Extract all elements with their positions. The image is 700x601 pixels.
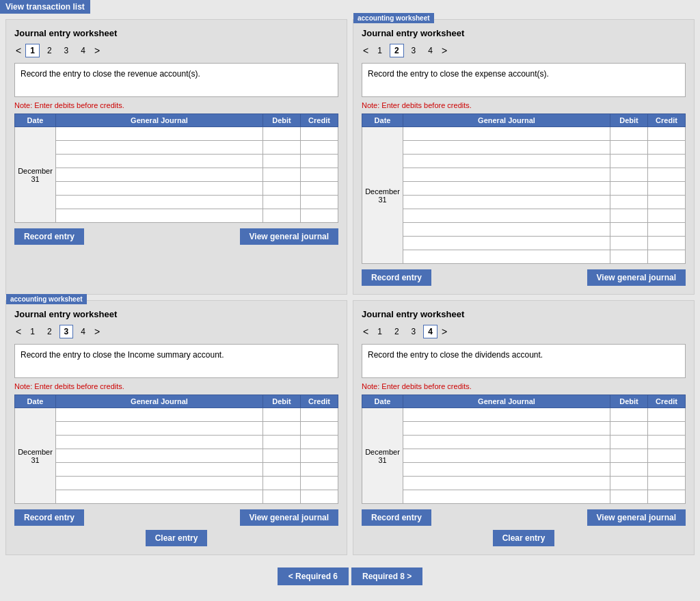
ws2-row1-journal[interactable] (403, 127, 610, 141)
ws3-row7-credit[interactable] (301, 490, 338, 504)
ws4-next-arrow[interactable]: > (440, 326, 448, 337)
ws3-row2-journal[interactable] (56, 422, 263, 436)
ws2-row9-credit[interactable] (648, 237, 686, 250)
ws4-row2-journal[interactable] (403, 422, 610, 436)
ws4-clear-button[interactable]: Clear entry (493, 530, 555, 546)
ws3-row3-debit[interactable] (263, 436, 301, 449)
ws3-clear-button[interactable]: Clear entry (146, 530, 208, 546)
ws4-row7-credit[interactable] (648, 490, 686, 504)
ws3-row4-credit[interactable] (301, 449, 338, 463)
ws4-row3-journal[interactable] (403, 436, 610, 449)
ws3-row3-credit[interactable] (301, 436, 338, 449)
ws4-row5-debit[interactable] (610, 463, 648, 477)
ws2-row5-debit[interactable] (610, 182, 648, 196)
ws1-row1-journal[interactable] (56, 127, 263, 141)
ws4-row7-journal[interactable] (403, 490, 610, 504)
ws2-row6-journal[interactable] (403, 196, 610, 209)
ws1-row3-credit[interactable] (301, 155, 338, 168)
ws1-row3-debit[interactable] (263, 155, 301, 168)
ws2-row10-credit[interactable] (648, 250, 686, 264)
ws4-tab-4[interactable]: 4 (423, 325, 438, 338)
ws3-row4-journal[interactable] (56, 449, 263, 463)
ws2-view-button[interactable]: View general journal (587, 269, 686, 286)
ws4-row4-debit[interactable] (610, 449, 648, 463)
ws4-tab-2[interactable]: 2 (390, 325, 404, 338)
ws4-row1-debit[interactable] (610, 408, 648, 422)
ws2-row4-credit[interactable] (648, 168, 686, 182)
ws3-row1-journal[interactable] (56, 408, 263, 422)
ws4-tab-3[interactable]: 3 (407, 325, 421, 338)
ws3-row4-debit[interactable] (263, 449, 301, 463)
ws1-view-button[interactable]: View general journal (240, 228, 338, 245)
ws1-row4-credit[interactable] (301, 168, 338, 182)
ws1-next-arrow[interactable]: > (93, 45, 101, 56)
ws1-row2-debit[interactable] (263, 141, 301, 155)
ws3-row5-debit[interactable] (263, 463, 301, 477)
ws2-row8-credit[interactable] (648, 223, 686, 237)
ws4-row5-journal[interactable] (403, 463, 610, 477)
ws1-row7-credit[interactable] (301, 209, 338, 223)
ws2-row1-debit[interactable] (610, 127, 648, 141)
ws2-next-arrow[interactable]: > (440, 45, 448, 56)
ws3-tab-2[interactable]: 2 (42, 325, 57, 338)
ws4-row6-journal[interactable] (403, 477, 610, 490)
ws2-prev-arrow[interactable]: < (362, 45, 370, 56)
ws1-row2-credit[interactable] (301, 141, 338, 155)
ws3-tab-3[interactable]: 3 (59, 325, 74, 338)
ws3-prev-arrow[interactable]: < (14, 326, 23, 337)
ws2-row8-debit[interactable] (610, 223, 648, 237)
ws4-row6-debit[interactable] (610, 477, 648, 490)
ws3-row1-debit[interactable] (263, 408, 301, 422)
ws4-row1-journal[interactable] (403, 408, 610, 422)
ws1-record-button[interactable]: Record entry (14, 228, 84, 245)
ws4-row2-credit[interactable] (648, 422, 686, 436)
ws3-row2-credit[interactable] (301, 422, 338, 436)
ws3-row3-journal[interactable] (56, 436, 263, 449)
ws3-row5-credit[interactable] (301, 463, 338, 477)
ws3-row7-journal[interactable] (56, 490, 263, 504)
ws2-row7-journal[interactable] (403, 209, 610, 223)
ws2-row4-debit[interactable] (610, 168, 648, 182)
ws2-row2-journal[interactable] (403, 141, 610, 155)
ws3-row2-debit[interactable] (263, 422, 301, 436)
ws3-row6-debit[interactable] (263, 477, 301, 490)
ws1-row4-journal[interactable] (56, 168, 263, 182)
ws1-prev-arrow[interactable]: < (14, 45, 23, 56)
ws4-record-button[interactable]: Record entry (362, 509, 431, 526)
ws1-tab-1[interactable]: 1 (25, 44, 40, 57)
ws4-row2-debit[interactable] (610, 422, 648, 436)
ws2-row4-journal[interactable] (403, 168, 610, 182)
ws3-record-button[interactable]: Record entry (14, 509, 84, 526)
ws2-row6-debit[interactable] (610, 196, 648, 209)
ws2-row10-journal[interactable] (403, 250, 610, 264)
ws1-row7-debit[interactable] (263, 209, 301, 223)
ws1-row6-credit[interactable] (301, 196, 338, 209)
ws4-row4-credit[interactable] (648, 449, 686, 463)
ws2-row3-journal[interactable] (403, 155, 610, 168)
ws2-row6-credit[interactable] (648, 196, 686, 209)
ws1-row1-debit[interactable] (263, 127, 301, 141)
ws1-row3-journal[interactable] (56, 155, 263, 168)
ws1-row5-journal[interactable] (56, 182, 263, 196)
ws2-row9-debit[interactable] (610, 237, 648, 250)
ws2-tab-1[interactable]: 1 (373, 44, 387, 57)
ws4-row4-journal[interactable] (403, 449, 610, 463)
ws2-row8-journal[interactable] (403, 223, 610, 237)
ws4-prev-arrow[interactable]: < (362, 326, 370, 337)
prev-required-button[interactable]: < Required 6 (278, 567, 349, 585)
ws1-tab-3[interactable]: 3 (59, 44, 74, 57)
ws2-row9-journal[interactable] (403, 237, 610, 250)
ws4-view-button[interactable]: View general journal (587, 509, 686, 526)
ws4-row7-debit[interactable] (610, 490, 648, 504)
ws1-row7-journal[interactable] (56, 209, 263, 223)
ws2-row3-credit[interactable] (648, 155, 686, 168)
ws3-row5-journal[interactable] (56, 463, 263, 477)
ws2-row5-credit[interactable] (648, 182, 686, 196)
next-required-button[interactable]: Required 8 > (351, 567, 422, 585)
ws2-row3-debit[interactable] (610, 155, 648, 168)
ws4-row3-credit[interactable] (648, 436, 686, 449)
ws2-row2-debit[interactable] (610, 141, 648, 155)
ws3-row6-credit[interactable] (301, 477, 338, 490)
ws4-row5-credit[interactable] (648, 463, 686, 477)
ws1-tab-4[interactable]: 4 (76, 44, 90, 57)
